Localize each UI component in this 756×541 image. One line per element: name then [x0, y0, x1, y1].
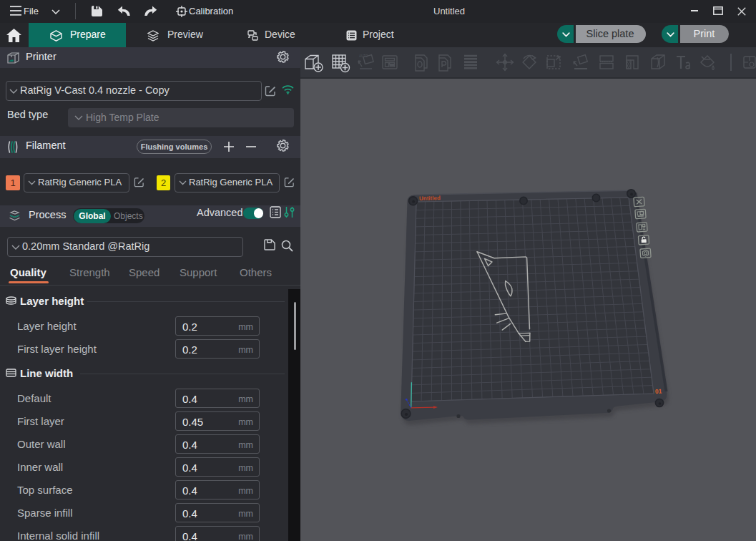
svg-text:Untitled: Untitled: [419, 195, 441, 202]
svg-text:01: 01: [655, 388, 662, 395]
svg-text:AUTO: AUTO: [359, 54, 368, 58]
